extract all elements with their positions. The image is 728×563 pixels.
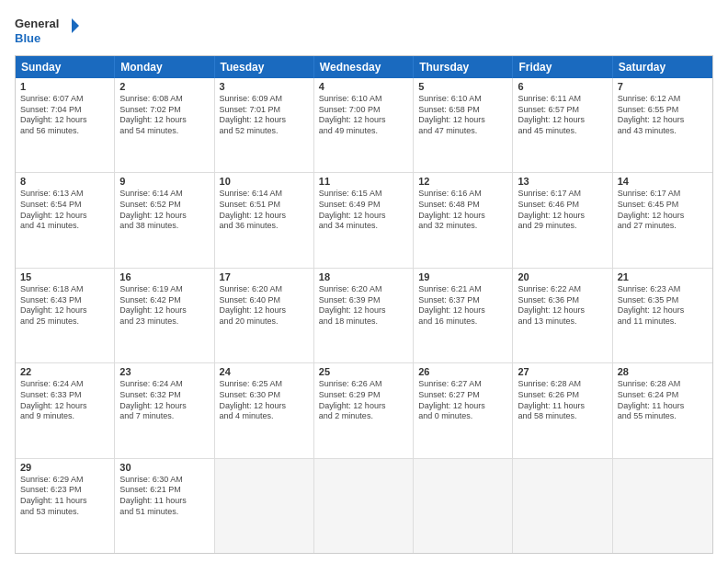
daylight-extra: and 4 minutes. bbox=[220, 411, 309, 422]
calendar-header-wednesday: Wednesday bbox=[314, 56, 414, 78]
day-number: 30 bbox=[119, 462, 209, 473]
day-number: 25 bbox=[319, 366, 408, 377]
daylight-text: Daylight: 12 hours bbox=[119, 115, 209, 126]
calendar-cell bbox=[613, 459, 712, 553]
calendar-cell: 23 Sunrise: 6:24 AM Sunset: 6:32 PM Dayl… bbox=[115, 363, 214, 457]
sunrise-text: Sunrise: 6:29 AM bbox=[20, 475, 109, 486]
daylight-extra: and 27 minutes. bbox=[618, 221, 708, 232]
day-number: 7 bbox=[618, 81, 708, 92]
daylight-text: Daylight: 12 hours bbox=[20, 211, 109, 222]
daylight-extra: and 29 minutes. bbox=[518, 221, 607, 232]
daylight-text: Daylight: 11 hours bbox=[20, 496, 109, 507]
calendar-row: 29 Sunrise: 6:29 AM Sunset: 6:23 PM Dayl… bbox=[16, 459, 712, 553]
day-number: 18 bbox=[319, 271, 408, 282]
sunset-text: Sunset: 6:58 PM bbox=[418, 105, 507, 116]
sunrise-text: Sunrise: 6:26 AM bbox=[319, 379, 408, 390]
calendar-cell: 11 Sunrise: 6:15 AM Sunset: 6:49 PM Dayl… bbox=[314, 173, 414, 267]
day-number: 1 bbox=[20, 81, 109, 92]
calendar-cell: 9 Sunrise: 6:14 AM Sunset: 6:52 PM Dayli… bbox=[115, 173, 214, 267]
calendar-cell: 10 Sunrise: 6:14 AM Sunset: 6:51 PM Dayl… bbox=[215, 173, 314, 267]
daylight-extra: and 36 minutes. bbox=[220, 221, 309, 232]
calendar-cell: 12 Sunrise: 6:16 AM Sunset: 6:48 PM Dayl… bbox=[414, 173, 513, 267]
calendar-cell: 24 Sunrise: 6:25 AM Sunset: 6:30 PM Dayl… bbox=[215, 363, 314, 457]
sunset-text: Sunset: 6:43 PM bbox=[20, 295, 109, 306]
daylight-text: Daylight: 12 hours bbox=[220, 401, 309, 412]
daylight-text: Daylight: 12 hours bbox=[119, 401, 209, 412]
calendar-cell: 6 Sunrise: 6:11 AM Sunset: 6:57 PM Dayli… bbox=[513, 78, 612, 172]
calendar-cell: 22 Sunrise: 6:24 AM Sunset: 6:33 PM Dayl… bbox=[16, 363, 115, 457]
sunrise-text: Sunrise: 6:19 AM bbox=[119, 284, 209, 295]
sunrise-text: Sunrise: 6:16 AM bbox=[418, 189, 507, 200]
calendar-cell: 28 Sunrise: 6:28 AM Sunset: 6:24 PM Dayl… bbox=[613, 363, 712, 457]
daylight-text: Daylight: 12 hours bbox=[220, 305, 309, 316]
daylight-text: Daylight: 12 hours bbox=[20, 401, 109, 412]
calendar-cell: 27 Sunrise: 6:28 AM Sunset: 6:26 PM Dayl… bbox=[513, 363, 612, 457]
calendar-header-sunday: Sunday bbox=[16, 56, 115, 78]
calendar-cell: 13 Sunrise: 6:17 AM Sunset: 6:46 PM Dayl… bbox=[513, 173, 612, 267]
sunrise-text: Sunrise: 6:20 AM bbox=[319, 284, 408, 295]
sunrise-text: Sunrise: 6:21 AM bbox=[418, 284, 507, 295]
sunrise-text: Sunrise: 6:24 AM bbox=[20, 379, 109, 390]
calendar-body: 1 Sunrise: 6:07 AM Sunset: 7:04 PM Dayli… bbox=[16, 78, 712, 553]
daylight-extra: and 43 minutes. bbox=[618, 126, 708, 137]
sunset-text: Sunset: 6:35 PM bbox=[618, 295, 708, 306]
sunset-text: Sunset: 6:52 PM bbox=[119, 200, 209, 211]
sunset-text: Sunset: 7:01 PM bbox=[220, 105, 309, 116]
day-number: 20 bbox=[518, 271, 607, 282]
calendar-row: 8 Sunrise: 6:13 AM Sunset: 6:54 PM Dayli… bbox=[16, 173, 712, 268]
calendar-cell: 30 Sunrise: 6:30 AM Sunset: 6:21 PM Dayl… bbox=[115, 459, 214, 553]
sunset-text: Sunset: 6:45 PM bbox=[618, 200, 708, 211]
day-number: 5 bbox=[418, 81, 507, 92]
day-number: 9 bbox=[119, 176, 209, 187]
calendar-cell: 20 Sunrise: 6:22 AM Sunset: 6:36 PM Dayl… bbox=[513, 269, 612, 362]
day-number: 3 bbox=[220, 81, 309, 92]
day-number: 11 bbox=[319, 176, 408, 187]
sunset-text: Sunset: 6:57 PM bbox=[518, 105, 607, 116]
calendar-header-thursday: Thursday bbox=[414, 56, 513, 78]
daylight-extra: and 52 minutes. bbox=[220, 126, 309, 137]
calendar-cell: 7 Sunrise: 6:12 AM Sunset: 6:55 PM Dayli… bbox=[613, 78, 712, 172]
daylight-extra: and 38 minutes. bbox=[119, 221, 209, 232]
sunset-text: Sunset: 6:36 PM bbox=[518, 295, 607, 306]
daylight-extra: and 51 minutes. bbox=[119, 507, 209, 518]
sunrise-text: Sunrise: 6:25 AM bbox=[220, 379, 309, 390]
daylight-extra: and 32 minutes. bbox=[418, 221, 507, 232]
calendar-cell: 17 Sunrise: 6:20 AM Sunset: 6:40 PM Dayl… bbox=[215, 269, 314, 362]
daylight-extra: and 16 minutes. bbox=[418, 316, 507, 327]
day-number: 19 bbox=[418, 271, 507, 282]
sunset-text: Sunset: 6:32 PM bbox=[119, 390, 209, 401]
sunset-text: Sunset: 7:04 PM bbox=[20, 105, 109, 116]
logo-svg: General Blue bbox=[15, 11, 79, 48]
day-number: 27 bbox=[518, 366, 607, 377]
sunset-text: Sunset: 6:24 PM bbox=[618, 390, 708, 401]
daylight-extra: and 49 minutes. bbox=[319, 126, 408, 137]
sunset-text: Sunset: 6:26 PM bbox=[518, 390, 607, 401]
header: General Blue bbox=[15, 11, 713, 48]
sunrise-text: Sunrise: 6:07 AM bbox=[20, 94, 109, 105]
day-number: 10 bbox=[220, 176, 309, 187]
daylight-extra: and 45 minutes. bbox=[518, 126, 607, 137]
sunset-text: Sunset: 6:27 PM bbox=[418, 390, 507, 401]
calendar-cell bbox=[314, 459, 414, 553]
day-number: 29 bbox=[20, 462, 109, 473]
daylight-extra: and 58 minutes. bbox=[518, 411, 607, 422]
daylight-extra: and 56 minutes. bbox=[20, 126, 109, 137]
calendar-cell: 14 Sunrise: 6:17 AM Sunset: 6:45 PM Dayl… bbox=[613, 173, 712, 267]
calendar-row: 1 Sunrise: 6:07 AM Sunset: 7:04 PM Dayli… bbox=[16, 78, 712, 173]
daylight-extra: and 34 minutes. bbox=[319, 221, 408, 232]
calendar-cell: 29 Sunrise: 6:29 AM Sunset: 6:23 PM Dayl… bbox=[16, 459, 115, 553]
daylight-extra: and 25 minutes. bbox=[20, 316, 109, 327]
calendar-header-row: SundayMondayTuesdayWednesdayThursdayFrid… bbox=[16, 56, 712, 78]
daylight-text: Daylight: 12 hours bbox=[319, 401, 408, 412]
sunrise-text: Sunrise: 6:28 AM bbox=[518, 379, 607, 390]
sunrise-text: Sunrise: 6:10 AM bbox=[418, 94, 507, 105]
daylight-text: Daylight: 12 hours bbox=[119, 211, 209, 222]
daylight-text: Daylight: 12 hours bbox=[618, 305, 708, 316]
sunrise-text: Sunrise: 6:22 AM bbox=[518, 284, 607, 295]
sunset-text: Sunset: 6:30 PM bbox=[220, 390, 309, 401]
calendar-cell bbox=[215, 459, 314, 553]
sunset-text: Sunset: 6:51 PM bbox=[220, 200, 309, 211]
sunrise-text: Sunrise: 6:08 AM bbox=[119, 94, 209, 105]
daylight-text: Daylight: 12 hours bbox=[20, 305, 109, 316]
daylight-extra: and 55 minutes. bbox=[618, 411, 708, 422]
